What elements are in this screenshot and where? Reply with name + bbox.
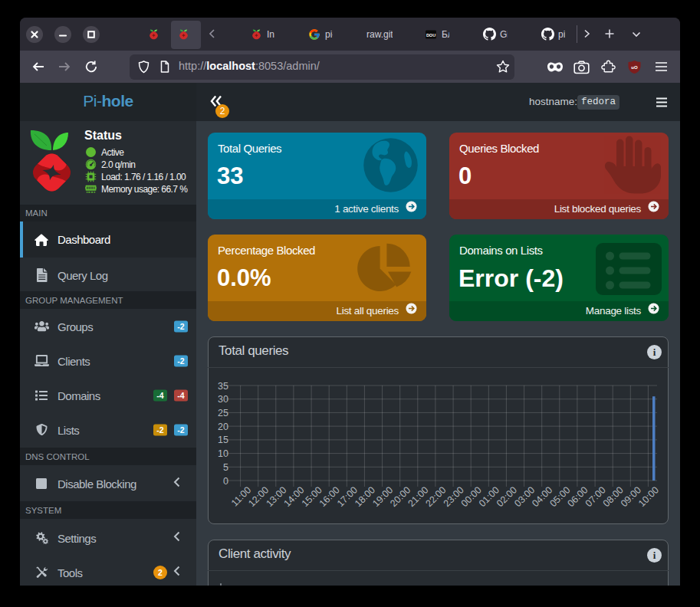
svg-text:25: 25 xyxy=(218,408,228,418)
svg-text:30: 30 xyxy=(218,394,228,405)
svg-text:15: 15 xyxy=(218,435,228,445)
svg-text:10: 10 xyxy=(218,448,228,459)
svg-text:35: 35 xyxy=(218,381,228,392)
svg-text:0: 0 xyxy=(223,476,228,487)
svg-text:uO: uO xyxy=(631,65,638,70)
svg-text:5: 5 xyxy=(223,462,228,473)
svg-text:DOU: DOU xyxy=(426,33,435,38)
svg-text:20: 20 xyxy=(218,422,228,432)
svg-text:10:00: 10:00 xyxy=(636,484,661,509)
